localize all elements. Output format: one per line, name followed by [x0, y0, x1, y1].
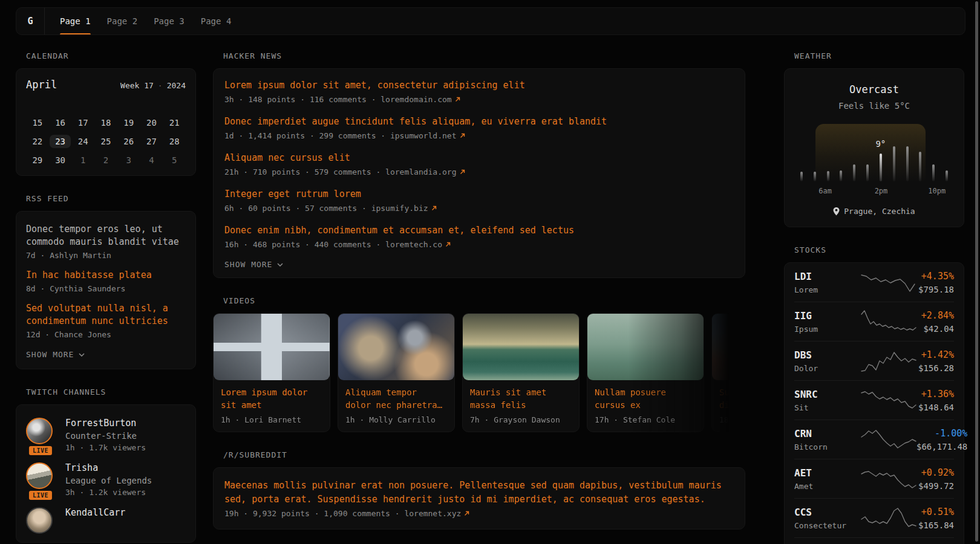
- calendar-day-number: 20: [146, 118, 157, 128]
- hn-item-meta-text: 16h · 468 points · 440 comments · loremt…: [224, 240, 442, 249]
- rss-widget: RSS FEED Donec tempor eros leo, ut commo…: [16, 194, 196, 369]
- stock-price: $148.64: [918, 403, 954, 412]
- rss-list: Donec tempor eros leo, ut commodo mauris…: [26, 223, 186, 339]
- twitch-card: LIVE ForrestBurton Counter-Strike 1h · 1…: [16, 404, 196, 543]
- video-card[interactable]: Suspendisse diam 18h · Tara: [711, 313, 745, 432]
- calendar-day-number: 18: [101, 118, 111, 128]
- hn-item-meta-text: 3h · 148 points · 116 comments · loremdo…: [224, 95, 452, 104]
- video-thumbnail[interactable]: [712, 314, 745, 380]
- weather-hour-bar: 9°: [880, 154, 882, 181]
- stock-ticker: DBS: [794, 349, 861, 361]
- video-thumbnail[interactable]: [214, 314, 330, 380]
- weather-time-labels: 6am 2pm 10pm: [794, 187, 954, 195]
- hn-card: Lorem ipsum dolor sit amet, consectetur …: [213, 68, 745, 278]
- weather-widget: WEATHER Overcast Feels like 5°C 9° 6am 2…: [784, 51, 964, 227]
- external-link-icon[interactable]: [460, 169, 465, 175]
- twitch-channel-row[interactable]: KendallCarr: [26, 507, 186, 534]
- external-link-icon[interactable]: [455, 97, 460, 102]
- weather-hour-bar: [946, 170, 948, 181]
- video-card[interactable]: Mauris sit amet massa felis 7h · Grayson…: [462, 313, 580, 432]
- video-card[interactable]: Lorem ipsum dolor sit amet consectetu… 1…: [213, 313, 330, 432]
- stock-values: +1.42% $156.28: [918, 349, 954, 373]
- stock-change: +0.92%: [918, 467, 954, 478]
- video-meta: 1h · Molly Carrillo: [345, 415, 447, 424]
- rss-show-more-button[interactable]: SHOW MORE: [26, 350, 186, 359]
- video-thumbnail[interactable]: [587, 314, 704, 380]
- stock-change: +2.84%: [921, 310, 954, 321]
- video-card[interactable]: Nullam posuere cursus ex 17h · Stefan Co…: [587, 313, 704, 432]
- external-link-icon[interactable]: [464, 511, 469, 516]
- hn-item-meta: 6h · 60 points · 57 comments · ipsumify.…: [224, 204, 734, 213]
- videos-widget: VIDEOS Lorem ipsum dolor sit amet consec…: [213, 296, 745, 432]
- weather-section-title: WEATHER: [794, 51, 964, 60]
- weather-hour-bar: [800, 172, 803, 181]
- calendar-week-year: Week 17 · 2024: [120, 81, 186, 90]
- avatar: [26, 462, 53, 489]
- rss-item-title[interactable]: Sed volutpat nulla nisl, a condimentum n…: [26, 302, 186, 328]
- hn-item-meta-text: 1d · 1,414 points · 299 comments · ipsum…: [224, 131, 457, 140]
- external-link-icon[interactable]: [445, 242, 451, 247]
- external-link-icon[interactable]: [460, 133, 465, 138]
- stock-name: Consectetur: [794, 521, 861, 530]
- videos-carousel[interactable]: Lorem ipsum dolor sit amet consectetu… 1…: [213, 313, 745, 432]
- avatar: [26, 507, 53, 534]
- video-card[interactable]: Aliquam tempor dolor nec pharetra… 1h · …: [338, 313, 455, 432]
- calendar-day-number: 23: [50, 135, 71, 148]
- rss-item-meta-text: 7d · Ashlyn Martin: [26, 251, 111, 260]
- left-column: CALENDAR April Week 17 · 2024 15 16 17 1…: [16, 35, 196, 543]
- weather-time-label-cell: [796, 187, 799, 195]
- calendar-day-header: [94, 99, 117, 112]
- weather-card: Overcast Feels like 5°C 9° 6am 2pm 10pm: [784, 68, 964, 227]
- video-meta: 7h · Grayson Dawson: [470, 415, 572, 424]
- weather-time-label-cell: 2pm: [880, 187, 882, 195]
- hn-item-title[interactable]: Lorem ipsum dolor sit amet, consectetur …: [224, 80, 734, 90]
- calendar-day-number: 17: [78, 118, 88, 128]
- hn-show-more-button[interactable]: SHOW MORE: [224, 260, 734, 269]
- video-meta: 18h · Tara: [719, 415, 745, 424]
- hn-item-title[interactable]: Donec imperdiet augue tincidunt felis al…: [224, 117, 734, 126]
- twitch-channel-info: Trisha League of Legends 3h · 1.2k viewe…: [65, 462, 152, 497]
- twitch-channel-row[interactable]: LIVE Trisha League of Legends 3h · 1.2k …: [26, 462, 186, 497]
- page-tab[interactable]: Page 2: [107, 8, 138, 34]
- hn-item-title[interactable]: Aliquam nec cursus elit: [224, 153, 734, 163]
- weather-time-label-cell: [950, 187, 952, 195]
- page-tab[interactable]: Page 3: [154, 8, 185, 34]
- subreddit-post-title[interactable]: Maecenas mollis pulvinar erat non posuer…: [224, 479, 734, 507]
- calendar-day: 1: [71, 152, 94, 168]
- hn-item-title[interactable]: Integer eget rutrum lorem: [224, 189, 734, 199]
- rss-item-title[interactable]: In hac habitasse platea: [26, 269, 186, 282]
- calendar-day: 28: [163, 134, 186, 149]
- video-thumbnail[interactable]: [338, 314, 454, 380]
- calendar-day-number: 4: [149, 155, 154, 165]
- video-thumbnail[interactable]: [463, 314, 579, 380]
- hn-item-meta-text: 21h · 710 points · 579 comments · loreml…: [224, 167, 457, 176]
- hn-item-meta: 21h · 710 points · 579 comments · loreml…: [224, 167, 734, 176]
- stock-identity: IIG Ipsum: [794, 310, 861, 334]
- calendar-day-header: [49, 99, 72, 112]
- stock-ticker: AET: [794, 467, 861, 479]
- stock-row: SNRC Sit +1.36% $148.64: [794, 380, 954, 419]
- subreddit-post: Maecenas mollis pulvinar erat non posuer…: [224, 479, 734, 518]
- stock-name: Bitcorn: [794, 442, 861, 452]
- page-tab[interactable]: Page 1: [60, 8, 91, 34]
- external-link-icon[interactable]: [431, 206, 437, 211]
- calendar-day-number: 3: [126, 155, 131, 165]
- chevron-down-icon: [79, 353, 85, 357]
- page-tab[interactable]: Page 4: [201, 8, 232, 34]
- rss-item-title[interactable]: Donec tempor eros leo, ut commodo mauris…: [26, 223, 186, 248]
- stock-values: -1.00% $66,171.48: [916, 428, 967, 452]
- weather-time-label-cell: 10pm: [936, 187, 938, 195]
- app-logo[interactable]: G: [16, 8, 45, 34]
- rss-item: Sed volutpat nulla nisl, a condimentum n…: [26, 302, 186, 339]
- stock-name: Lorem: [794, 285, 861, 294]
- stock-name: Amet: [794, 482, 861, 491]
- stocks-widget: STOCKS LDI Lorem +4.35% $795.18 IIG Ipsu…: [784, 245, 964, 544]
- weather-location: Prague, Czechia: [794, 207, 954, 216]
- page-scrollbar[interactable]: [975, 1, 978, 542]
- video-meta: 17h · Stefan Cole: [595, 415, 696, 424]
- twitch-channel-row[interactable]: LIVE ForrestBurton Counter-Strike 1h · 1…: [26, 418, 186, 452]
- hn-item-title[interactable]: Donec enim nibh, condimentum et accumsan…: [224, 225, 734, 235]
- stocks-card: LDI Lorem +4.35% $795.18 IIG Ipsum +2.84…: [784, 262, 964, 544]
- stock-row: CRN Bitcorn -1.00% $66,171.48: [794, 419, 954, 459]
- stock-values: +4.35% $795.18: [918, 271, 954, 294]
